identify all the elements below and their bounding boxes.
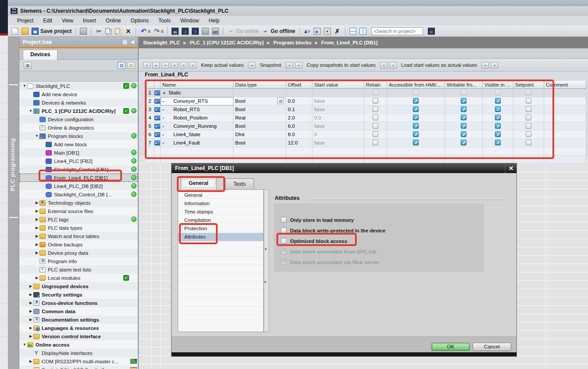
expander-icon[interactable]: ▼ bbox=[28, 368, 33, 369]
start-value-cell[interactable]: 0.0 bbox=[312, 114, 364, 122]
start-value-cell[interactable] bbox=[312, 89, 364, 97]
comment-cell[interactable] bbox=[544, 89, 586, 97]
expander-icon[interactable]: ▼ bbox=[22, 343, 27, 347]
tree-item-version-control-interface[interactable]: ▶Version control interface bbox=[19, 332, 138, 340]
data-type-cell[interactable]: Real bbox=[233, 114, 286, 122]
attribute-checkbox[interactable] bbox=[281, 238, 287, 244]
accessible-from-hmi-cell[interactable] bbox=[387, 105, 445, 114]
column-header-Accessible from HMI/...[interactable]: Accessible from HMI/... bbox=[387, 81, 445, 89]
tree-item-plc-tags[interactable]: ▶PLC tags bbox=[19, 215, 138, 224]
attribute-checkbox[interactable] bbox=[281, 217, 287, 223]
tab-texts[interactable]: Texts bbox=[225, 178, 254, 190]
setpoint-checkbox[interactable] bbox=[526, 90, 531, 95]
tree-item-program-info[interactable]: Program info bbox=[19, 257, 138, 265]
tree-item-plc-1-cpu-1212c-ac-dc-rly[interactable]: ▼PLC_1 [CPU 1212C AC/DC/Rly] bbox=[19, 107, 138, 115]
load-db-icon[interactable]: ▪ bbox=[481, 62, 489, 69]
refresh-view-icon[interactable]: ⇄ bbox=[127, 62, 135, 69]
accessible-from-hmi-checkbox[interactable] bbox=[413, 115, 419, 120]
device-overview-icon[interactable]: ▦ bbox=[24, 62, 32, 69]
comment-cell[interactable] bbox=[544, 105, 586, 114]
float-panel-icon[interactable]: ▥ bbox=[122, 39, 127, 45]
attribute-checkbox[interactable] bbox=[281, 228, 287, 233]
name-cell[interactable]: ▼Static bbox=[161, 89, 233, 97]
add-row-icon[interactable]: ▪ bbox=[152, 62, 160, 69]
tree-item-stacklight-control-fb1[interactable]: Stacklight_Control [FB1] bbox=[19, 165, 138, 174]
data-type-dropdown-icon[interactable]: ▤ bbox=[277, 98, 284, 104]
dialog-nav-attributes[interactable]: Attributes bbox=[178, 233, 263, 241]
expander-icon[interactable]: ▶ bbox=[28, 334, 33, 338]
cancel-button[interactable]: Cancel bbox=[473, 343, 511, 351]
upload-button[interactable] bbox=[191, 27, 200, 35]
retain-cell[interactable] bbox=[364, 105, 387, 114]
ok-button[interactable]: OK bbox=[431, 343, 470, 351]
setpoint-checkbox[interactable] bbox=[526, 106, 531, 112]
tree-item-documentation-settings[interactable]: ▶Documentation settings bbox=[19, 315, 138, 324]
visible-in-hmi-checkbox[interactable] bbox=[495, 115, 501, 120]
expander-icon[interactable]: ▼ bbox=[28, 109, 33, 113]
retain-checkbox[interactable] bbox=[373, 90, 378, 95]
data-type-cell[interactable]: DInt bbox=[233, 130, 286, 139]
writable-from-hmi-checkbox[interactable] bbox=[461, 98, 466, 104]
expander-icon[interactable]: ▶ bbox=[28, 359, 33, 363]
copy-button[interactable] bbox=[104, 28, 113, 34]
setpoint-cell[interactable] bbox=[513, 122, 544, 130]
tree-item-com-rs232-ppi-multi-master-c[interactable]: ▶COM [RS232/PPI multi-master c... bbox=[19, 357, 138, 365]
expander-icon[interactable]: ▼ bbox=[22, 84, 27, 88]
tree-item-program-blocks[interactable]: ▼Program blocks bbox=[19, 132, 138, 140]
start-value-cell[interactable]: 0 bbox=[312, 130, 364, 139]
dialog-nav-information[interactable]: Information bbox=[178, 199, 263, 208]
tree-item-device-configuration[interactable]: Device configuration bbox=[19, 115, 138, 123]
setpoint-checkbox[interactable] bbox=[526, 115, 531, 120]
comment-cell[interactable] bbox=[544, 97, 586, 105]
visible-checkbox[interactable] bbox=[495, 90, 501, 95]
paste-button[interactable] bbox=[114, 28, 122, 34]
retain-cell[interactable] bbox=[364, 130, 387, 139]
tree-item-devices-networks[interactable]: Devices & networks bbox=[19, 98, 138, 107]
open-project-button[interactable] bbox=[21, 27, 29, 35]
expander-icon[interactable]: ▶ bbox=[34, 226, 39, 230]
expander-icon[interactable]: ▶ bbox=[28, 326, 33, 330]
accessible-from-hmi-cell[interactable] bbox=[387, 139, 445, 147]
visible-in-hmi-checkbox[interactable] bbox=[495, 140, 501, 145]
accessible-from-hmi-checkbox[interactable] bbox=[413, 106, 419, 112]
expander-icon[interactable]: ▶ bbox=[34, 251, 39, 255]
tree-item-watch-and-force-tables[interactable]: ▶Watch and force tables bbox=[19, 232, 138, 240]
rt-button[interactable] bbox=[211, 27, 220, 35]
expander-icon[interactable]: ▶ bbox=[34, 209, 39, 213]
expander-icon[interactable]: ▶ bbox=[34, 242, 39, 246]
accessible-from-hmi-checkbox[interactable] bbox=[413, 131, 419, 137]
column-header-Setpoint[interactable]: Setpoint bbox=[513, 81, 544, 89]
close-icon[interactable]: ✕ bbox=[505, 163, 516, 173]
tree-item-security-settings[interactable]: ▶Security settings bbox=[19, 290, 138, 299]
tree-item-languages-resources[interactable]: ▶Languages & resources bbox=[19, 324, 138, 332]
setpoint-checkbox[interactable] bbox=[526, 98, 531, 104]
accessible-from-hmi-cell[interactable] bbox=[387, 130, 445, 139]
expander-icon[interactable]: ▶ bbox=[34, 201, 39, 205]
expander-icon[interactable]: ▶ bbox=[28, 309, 33, 313]
writable-cell[interactable] bbox=[445, 89, 483, 97]
menu-view[interactable]: View bbox=[57, 16, 78, 25]
new-project-button[interactable] bbox=[11, 27, 19, 35]
accessible-from-hmi-checkbox[interactable] bbox=[413, 98, 419, 104]
column-header-Start value[interactable]: Start value bbox=[312, 81, 364, 89]
writable-from-hmi-cell[interactable] bbox=[445, 139, 483, 147]
writable-from-hmi-cell[interactable] bbox=[445, 130, 483, 139]
tree-item-plc-alarm-text-lists[interactable]: PLC alarm text lists bbox=[19, 265, 138, 274]
compile-button[interactable] bbox=[171, 27, 179, 35]
retain-checkbox[interactable] bbox=[373, 106, 378, 112]
writable-checkbox[interactable] bbox=[461, 90, 466, 95]
comment-cell[interactable] bbox=[544, 122, 586, 130]
accessible-from-hmi-checkbox[interactable] bbox=[413, 123, 419, 129]
column-header-blank[interactable] bbox=[146, 81, 154, 89]
writable-from-hmi-cell[interactable] bbox=[445, 105, 483, 114]
tab-general[interactable]: General bbox=[180, 177, 217, 189]
dialog-title[interactable]: From_Line4_PLC [DB1] bbox=[172, 163, 516, 173]
snapshot-camera-icon[interactable]: ▪ bbox=[286, 62, 293, 69]
setpoint-checkbox[interactable] bbox=[526, 123, 531, 129]
name-cell[interactable]: ▪Conveyor_RTS bbox=[161, 97, 233, 105]
visible-in-hmi-checkbox[interactable] bbox=[495, 123, 501, 129]
name-cell[interactable]: ▪Line4_State bbox=[161, 130, 233, 139]
expander-icon[interactable]: ▶ bbox=[28, 301, 33, 305]
accessible-cell[interactable] bbox=[387, 89, 445, 97]
update-interface-icon[interactable]: ▪ bbox=[171, 62, 178, 69]
